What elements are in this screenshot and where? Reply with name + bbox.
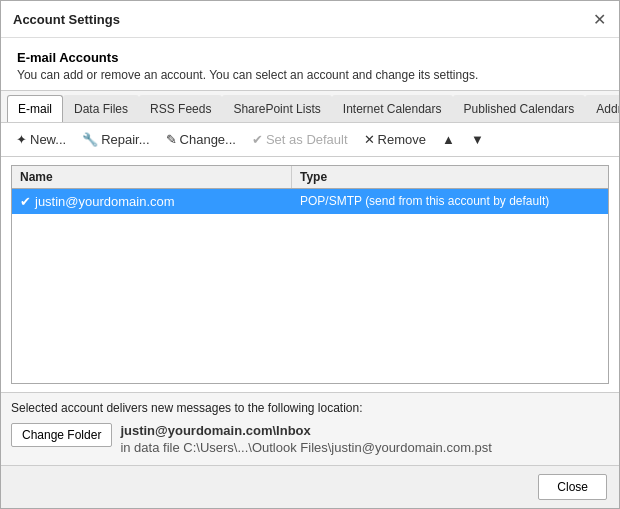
down-arrow-icon: ▼ (471, 132, 484, 147)
account-email: justin@yourdomain.com (35, 194, 175, 209)
tab-published-calendars[interactable]: Published Calendars (453, 95, 586, 122)
account-settings-dialog: Account Settings ✕ E-mail Accounts You c… (0, 0, 620, 509)
header-title: E-mail Accounts (17, 50, 603, 65)
inbox-path: justin@yourdomain.com\Inbox (120, 423, 492, 438)
tab-rss-feeds[interactable]: RSS Feeds (139, 95, 222, 122)
data-file-path: in data file C:\Users\...\Outlook Files\… (120, 440, 492, 455)
new-icon: ✦ (16, 132, 27, 147)
window-close-button[interactable]: ✕ (589, 9, 609, 29)
change-button[interactable]: ✎ Change... (159, 129, 243, 150)
account-name-cell: ✔ justin@yourdomain.com (12, 189, 292, 214)
table-row[interactable]: ✔ justin@yourdomain.com POP/SMTP (send f… (12, 189, 608, 214)
table-header: Name Type (12, 166, 608, 189)
move-down-button[interactable]: ▼ (464, 129, 491, 150)
footer-description: Selected account delivers new messages t… (11, 401, 609, 415)
remove-button[interactable]: ✕ Remove (357, 129, 433, 150)
default-account-icon: ✔ (20, 194, 31, 209)
repair-icon: 🔧 (82, 132, 98, 147)
tab-internet-calendars[interactable]: Internet Calendars (332, 95, 453, 122)
repair-button[interactable]: 🔧 Repair... (75, 129, 156, 150)
set-default-icon: ✔ (252, 132, 263, 147)
dialog-title: Account Settings (13, 12, 120, 27)
repair-label: Repair... (101, 132, 149, 147)
new-button[interactable]: ✦ New... (9, 129, 73, 150)
close-dialog-button[interactable]: Close (538, 474, 607, 500)
tab-address-books[interactable]: Address Books (585, 95, 619, 122)
col-name: Name (12, 166, 292, 188)
tab-email[interactable]: E-mail (7, 95, 63, 122)
set-default-label: Set as Default (266, 132, 348, 147)
footer-row: Change Folder justin@yourdomain.com\Inbo… (11, 423, 609, 455)
remove-label: Remove (378, 132, 426, 147)
move-up-button[interactable]: ▲ (435, 129, 462, 150)
footer-section: Selected account delivers new messages t… (1, 392, 619, 465)
new-label: New... (30, 132, 66, 147)
remove-icon: ✕ (364, 132, 375, 147)
accounts-table: Name Type ✔ justin@yourdomain.com POP/SM… (11, 165, 609, 384)
tab-data-files[interactable]: Data Files (63, 95, 139, 122)
up-arrow-icon: ▲ (442, 132, 455, 147)
title-bar: Account Settings ✕ (1, 1, 619, 38)
header-description: You can add or remove an account. You ca… (17, 68, 603, 82)
header-section: E-mail Accounts You can add or remove an… (1, 38, 619, 90)
tabs-container: E-mail Data Files RSS Feeds SharePoint L… (1, 90, 619, 122)
table-body: ✔ justin@yourdomain.com POP/SMTP (send f… (12, 189, 608, 380)
account-type-cell: POP/SMTP (send from this account by defa… (292, 189, 608, 214)
bottom-bar: Close (1, 465, 619, 508)
content-area: Name Type ✔ justin@yourdomain.com POP/SM… (1, 157, 619, 392)
tab-sharepoint-lists[interactable]: SharePoint Lists (222, 95, 331, 122)
set-default-button[interactable]: ✔ Set as Default (245, 129, 355, 150)
toolbar: ✦ New... 🔧 Repair... ✎ Change... ✔ Set a… (1, 122, 619, 157)
col-type: Type (292, 166, 608, 188)
footer-path-info: justin@yourdomain.com\Inbox in data file… (120, 423, 492, 455)
change-folder-button[interactable]: Change Folder (11, 423, 112, 447)
change-icon: ✎ (166, 132, 177, 147)
change-label: Change... (180, 132, 236, 147)
